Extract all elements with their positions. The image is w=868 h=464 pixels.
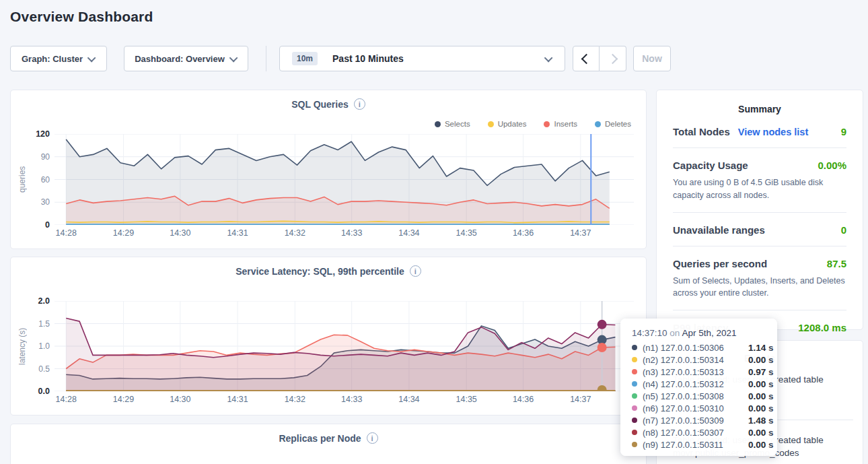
y-tick-label: 1.5 — [38, 319, 50, 329]
tooltip-node-value: 0.97 s — [748, 367, 774, 377]
series-color-dot — [632, 430, 637, 435]
legend-color-dot — [595, 121, 601, 127]
summary-label: Unavailable ranges — [673, 224, 765, 236]
summary-label: Total Nodes — [673, 126, 730, 137]
summary-row-queries-per-second: Queries per second 87.5 Sum of Selects, … — [673, 246, 846, 311]
time-now-button[interactable]: Now — [633, 46, 671, 71]
x-tick-label: 14:36 — [513, 228, 534, 238]
summary-value: 0.00% — [818, 160, 846, 171]
tooltip-node-value: 1.48 s — [748, 416, 774, 426]
tooltip-node-address: (n6) 127.0.0.1:50310 — [643, 403, 743, 413]
x-tick-label: 14:34 — [398, 395, 419, 404]
tooltip-node-address: (n4) 127.0.0.1:50312 — [643, 379, 743, 389]
legend-color-dot — [488, 121, 494, 127]
view-nodes-list-link[interactable]: View nodes list — [738, 127, 809, 137]
page-title: Overview Dashboard — [10, 9, 153, 25]
dashboard-selector-dropdown[interactable]: Dashboard: Overview — [124, 46, 248, 71]
y-axis-ticks: 1209060300 — [11, 134, 50, 225]
chevron-right-icon — [608, 53, 618, 64]
info-icon[interactable]: i — [410, 265, 421, 277]
replicas-per-node-chart-card: Replicas per Node i — [10, 424, 647, 464]
y-tick-label: 0.0 — [38, 387, 50, 396]
tooltip-node-row: (n7) 127.0.0.1:503091.48 s — [632, 414, 769, 426]
y-tick-label: 30 — [41, 197, 50, 207]
y-tick-label: 90 — [41, 152, 50, 162]
tooltip-timestamp: 14:37:10 on Apr 5th, 2021 — [632, 328, 769, 338]
chevron-down-icon — [229, 53, 238, 62]
legend-item-updates[interactable]: Updates — [488, 120, 527, 128]
legend-item-deletes[interactable]: Deletes — [595, 120, 631, 128]
x-tick-label: 14:28 — [56, 395, 77, 404]
tooltip-node-address: (n1) 127.0.0.1:50306 — [643, 343, 743, 353]
summary-value: 0 — [841, 224, 846, 236]
tooltip-node-row: (n6) 127.0.0.1:503100.00 s — [632, 402, 769, 414]
tooltip-node-address: (n9) 127.0.0.1:50311 — [643, 440, 743, 450]
time-next-button[interactable] — [600, 46, 626, 71]
time-range-label: Past 10 Minutes — [332, 53, 404, 64]
sql-queries-plot[interactable] — [55, 134, 634, 225]
summary-value: 1208.0 ms — [798, 322, 846, 333]
tooltip-node-row: (n5) 127.0.0.1:503080.00 s — [632, 390, 769, 402]
x-tick-label: 14:35 — [456, 395, 477, 404]
x-axis-ticks: 14:2814:2914:3014:3114:3214:3314:3414:35… — [55, 228, 634, 239]
x-axis-ticks: 14:2814:2914:3014:3114:3214:3314:3414:35… — [55, 395, 634, 405]
sql-queries-chart-card: SQL Queries i SelectsUpdatesInsertsDelet… — [10, 90, 647, 249]
chart-title: Replicas per Node — [279, 433, 361, 444]
x-tick-label: 14:37 — [570, 395, 591, 404]
tooltip-node-value: 0.00 s — [748, 355, 774, 365]
chevron-down-icon — [87, 53, 96, 62]
series-color-dot — [632, 345, 637, 350]
summary-value: 87.5 — [827, 258, 846, 269]
legend-label: Updates — [498, 120, 527, 128]
summary-row-capacity-usage: Capacity Usage 0.00% You are using 0 B o… — [673, 148, 846, 213]
service-latency-plot[interactable] — [55, 301, 634, 391]
chevron-down-icon — [544, 53, 553, 62]
summary-panel: Summary Total Nodes View nodes list 9 Ca… — [656, 90, 863, 330]
tooltip-node-row: (n8) 127.0.0.1:503070.00 s — [632, 426, 769, 438]
x-tick-label: 14:32 — [285, 395, 305, 404]
graph-selector-label: Graph: Cluster — [22, 54, 83, 64]
chart-title: SQL Queries — [291, 99, 349, 110]
tooltip-on: on — [670, 328, 680, 338]
x-tick-label: 14:35 — [456, 228, 477, 238]
legend-color-dot — [435, 121, 441, 127]
tooltip-node-row: (n9) 127.0.0.1:503110.00 s — [632, 438, 769, 451]
y-axis-ticks: 2.01.51.00.50.0 — [11, 301, 50, 391]
time-range-dropdown[interactable]: 10m Past 10 Minutes — [279, 46, 565, 71]
graph-selector-dropdown[interactable]: Graph: Cluster — [10, 46, 107, 71]
x-tick-label: 14:29 — [113, 395, 134, 404]
x-tick-label: 14:28 — [56, 228, 77, 238]
tooltip-node-row: (n1) 127.0.0.1:503061.14 s — [632, 341, 769, 354]
tooltip-date: Apr 5th, 2021 — [682, 328, 736, 338]
info-icon[interactable]: i — [354, 98, 365, 110]
tooltip-node-row: (n2) 127.0.0.1:503140.00 s — [632, 354, 769, 366]
tooltip-node-value: 0.00 s — [748, 391, 774, 401]
legend-label: Selects — [445, 120, 470, 128]
now-button-label: Now — [642, 53, 662, 64]
x-tick-label: 14:30 — [170, 395, 190, 404]
y-tick-label: 0 — [45, 220, 50, 230]
tooltip-node-value: 0.00 s — [748, 440, 774, 450]
tooltip-rows: (n1) 127.0.0.1:503061.14 s(n2) 127.0.0.1… — [632, 341, 769, 451]
legend-item-inserts[interactable]: Inserts — [544, 120, 577, 128]
legend-item-selects[interactable]: Selects — [435, 120, 470, 128]
series-color-dot — [632, 442, 637, 447]
summary-value: 9 — [841, 126, 846, 137]
chart-title: Service Latency: SQL, 99th percentile — [236, 266, 404, 277]
x-tick-label: 14:29 — [113, 228, 134, 238]
series-color-dot — [632, 418, 637, 423]
summary-title: Summary — [657, 90, 863, 114]
tooltip-node-address: (n8) 127.0.0.1:50307 — [643, 428, 743, 438]
x-tick-label: 14:30 — [170, 228, 190, 238]
controls-divider — [266, 46, 266, 71]
series-color-dot — [632, 381, 637, 387]
x-tick-label: 14:31 — [227, 228, 248, 238]
y-tick-label: 2.0 — [38, 296, 50, 306]
info-icon[interactable]: i — [367, 432, 378, 444]
time-prev-button[interactable] — [573, 46, 600, 71]
summary-row-unavailable-ranges: Unavailable ranges 0 — [673, 213, 846, 246]
tooltip-node-value: 0.00 s — [748, 403, 774, 413]
summary-label: Capacity Usage — [673, 160, 748, 171]
chevron-left-icon — [581, 53, 591, 64]
legend-label: Deletes — [605, 120, 631, 128]
